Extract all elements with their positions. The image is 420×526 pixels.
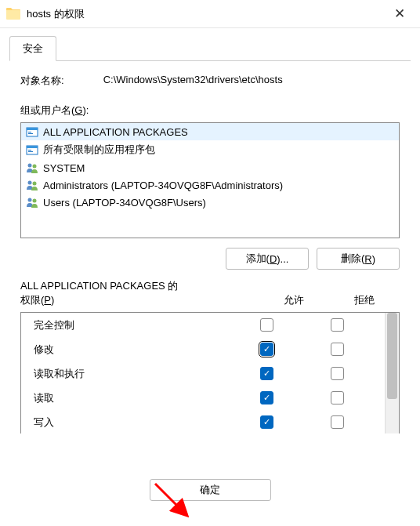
permission-name: 读取和执行 [34, 367, 231, 381]
object-name-label: 对象名称: [20, 74, 64, 88]
permission-name: 修改 [34, 343, 231, 357]
users-icon [26, 179, 38, 191]
permissions-header: ALL APPLICATION PACKAGES 的 权限(P) 允许 拒绝 [20, 279, 400, 307]
permission-name: 完全控制 [34, 318, 231, 332]
list-item[interactable]: Administrators (LAPTOP-34OVQG8F\Administ… [21, 176, 399, 194]
svg-rect-5 [27, 146, 38, 148]
list-item-label: 所有受限制的应用程序包 [43, 143, 155, 157]
scrollbar-thumb[interactable] [387, 313, 397, 399]
bottom-area: 确定 [0, 479, 420, 526]
annotation-arrow-icon [149, 477, 196, 524]
svg-rect-3 [28, 133, 33, 134]
tab-security[interactable]: 安全 [9, 36, 56, 61]
button-row: 添加(D)... 删除(R) [20, 248, 400, 270]
permissions-scrollbar[interactable] [385, 313, 399, 433]
permissions-title: ALL APPLICATION PACKAGES 的 权限(P) [20, 279, 259, 307]
allow-checkbox[interactable]: ✓ [260, 391, 273, 404]
deny-checkbox[interactable] [331, 318, 344, 332]
permission-row: 写入✓ [21, 410, 385, 433]
deny-header: 拒绝 [329, 293, 400, 307]
list-item[interactable]: 所有受限制的应用程序包 [21, 140, 399, 159]
list-item-label: Administrators (LAPTOP-34OVQG8F\Administ… [43, 180, 283, 191]
list-item[interactable]: Users (LAPTOP-34OVQG8F\Users) [21, 194, 399, 211]
folder-icon [6, 8, 20, 20]
object-row: 对象名称: C:\Windows\System32\drivers\etc\ho… [20, 74, 400, 88]
deny-checkbox[interactable] [331, 415, 344, 429]
allow-header: 允许 [259, 293, 329, 307]
add-button[interactable]: 添加(D)... [226, 248, 309, 270]
svg-point-12 [28, 198, 32, 202]
object-path: C:\Windows\System32\drivers\etc\hosts [103, 74, 283, 88]
permission-row: 读取✓ [21, 386, 385, 410]
remove-button[interactable]: 删除(R) [317, 248, 400, 270]
permissions-listbox: 完全控制修改✓读取和执行✓读取✓写入✓ [20, 312, 400, 433]
tab-content: 对象名称: C:\Windows\System32\drivers\etc\ho… [9, 60, 411, 441]
list-item-label: Users (LAPTOP-34OVQG8F\Users) [43, 197, 206, 209]
close-button[interactable]: ✕ [386, 0, 414, 28]
list-item[interactable]: ALL APPLICATION PACKAGES [21, 123, 399, 140]
allow-checkbox[interactable]: ✓ [260, 415, 273, 429]
deny-checkbox[interactable] [331, 367, 344, 380]
window-title: hosts 的权限 [27, 7, 386, 21]
svg-point-10 [28, 181, 32, 185]
svg-line-14 [155, 484, 184, 513]
allow-checkbox[interactable] [260, 318, 273, 332]
groups-listbox[interactable]: ALL APPLICATION PACKAGES所有受限制的应用程序包SYSTE… [20, 122, 400, 238]
titlebar: hosts 的权限 ✕ [0, 0, 420, 28]
permission-name: 读取 [34, 391, 231, 405]
deny-checkbox[interactable] [331, 391, 344, 404]
list-item-label: SYSTEM [43, 162, 85, 174]
svg-point-13 [33, 199, 37, 203]
permission-row: 修改✓ [21, 337, 385, 361]
list-item[interactable]: SYSTEM [21, 159, 399, 176]
tab-bar: 安全 对象名称: C:\Windows\System32\drivers\etc… [0, 28, 420, 441]
svg-point-8 [28, 164, 32, 168]
svg-rect-2 [28, 132, 31, 132]
allow-checkbox[interactable]: ✓ [260, 367, 273, 380]
svg-point-9 [33, 165, 37, 169]
svg-rect-1 [27, 128, 38, 130]
svg-point-11 [33, 182, 37, 186]
users-icon [26, 161, 38, 174]
package-icon [26, 143, 38, 156]
groups-label: 组或用户名(G): [20, 103, 400, 118]
svg-rect-6 [28, 150, 31, 151]
deny-checkbox[interactable] [331, 343, 344, 356]
package-icon [26, 125, 38, 138]
permission-row: 完全控制 [21, 313, 385, 337]
permission-name: 写入 [34, 415, 231, 430]
permission-row: 读取和执行✓ [21, 361, 385, 386]
svg-rect-7 [28, 151, 33, 152]
list-item-label: ALL APPLICATION PACKAGES [43, 126, 188, 138]
allow-checkbox[interactable]: ✓ [260, 343, 273, 356]
users-icon [26, 196, 38, 209]
